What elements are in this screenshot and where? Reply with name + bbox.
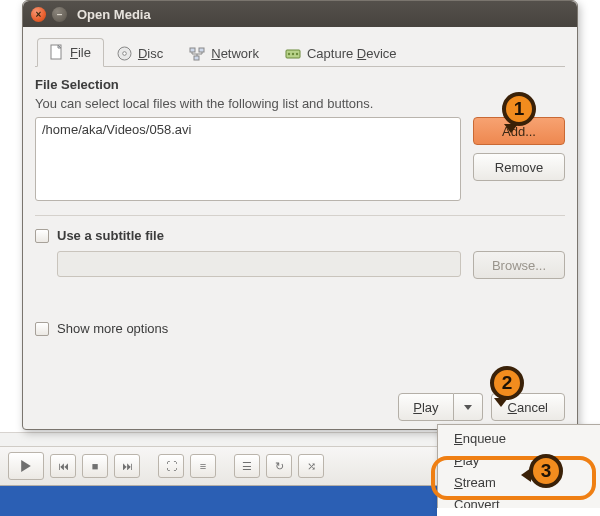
- player-random-button[interactable]: ⤮: [298, 454, 324, 478]
- menu-item-enqueue[interactable]: Enqueue Alt+E: [438, 427, 600, 449]
- file-list-item[interactable]: /home/aka/Videos/058.avi: [42, 122, 454, 137]
- svg-point-3: [123, 52, 127, 56]
- subtitle-checkbox[interactable]: [35, 229, 49, 243]
- player-next-button[interactable]: ⏭: [114, 454, 140, 478]
- player-playlist-button[interactable]: ☰: [234, 454, 260, 478]
- svg-point-8: [288, 52, 290, 54]
- file-icon: [50, 44, 64, 60]
- more-options-label: Show more options: [57, 321, 168, 336]
- chevron-down-icon: [464, 405, 472, 410]
- tab-capture-device[interactable]: Capture Device: [272, 40, 410, 67]
- remove-file-button[interactable]: Remove: [473, 153, 565, 181]
- annotation-callout-2: 2: [490, 366, 524, 400]
- window-title: Open Media: [77, 7, 569, 22]
- open-media-dialog: × – Open Media File Disc Network: [22, 0, 578, 430]
- svg-rect-6: [194, 56, 199, 60]
- player-prev-button[interactable]: ⏮: [50, 454, 76, 478]
- titlebar[interactable]: × – Open Media: [23, 1, 577, 27]
- separator: [35, 215, 565, 216]
- annotation-callout-1: 1: [502, 92, 536, 126]
- disc-icon: [117, 46, 132, 61]
- file-selection-title: File Selection: [35, 77, 565, 92]
- svg-point-10: [296, 52, 298, 54]
- menu-item-play[interactable]: Play Alt+P: [438, 449, 600, 471]
- play-button[interactable]: Play: [398, 393, 453, 421]
- tab-file[interactable]: File: [37, 38, 104, 67]
- tab-disc[interactable]: Disc: [104, 40, 176, 67]
- svg-rect-4: [190, 48, 195, 52]
- window-close-button[interactable]: ×: [31, 7, 46, 22]
- dialog-button-row: Play Cancel: [398, 393, 565, 421]
- tab-network[interactable]: Network: [176, 40, 272, 67]
- network-icon: [189, 47, 205, 61]
- file-selection-hint: You can select local files with the foll…: [35, 96, 565, 111]
- svg-point-9: [292, 52, 294, 54]
- svg-rect-5: [199, 48, 204, 52]
- subtitle-browse-button: Browse...: [473, 251, 565, 279]
- player-extended-button[interactable]: ≡: [190, 454, 216, 478]
- menu-item-stream[interactable]: Stream Alt+S: [438, 471, 600, 493]
- player-fullscreen-button[interactable]: ⛶: [158, 454, 184, 478]
- file-list[interactable]: /home/aka/Videos/058.avi: [35, 117, 461, 201]
- capture-device-icon: [285, 48, 301, 60]
- player-stop-button[interactable]: ■: [82, 454, 108, 478]
- play-dropdown-menu: Enqueue Alt+E Play Alt+P Stream Alt+S Co…: [437, 424, 600, 516]
- media-source-tabs: File Disc Network Capture Device: [35, 37, 565, 67]
- player-loop-button[interactable]: ↻: [266, 454, 292, 478]
- window-minimize-button[interactable]: –: [52, 7, 67, 22]
- annotation-callout-3: 3: [529, 454, 563, 488]
- subtitle-file-input: [57, 251, 461, 277]
- subtitle-checkbox-label: Use a subtitle file: [57, 228, 164, 243]
- play-dropdown-button[interactable]: [454, 393, 483, 421]
- more-options-checkbox[interactable]: [35, 322, 49, 336]
- player-play-button[interactable]: [8, 452, 44, 480]
